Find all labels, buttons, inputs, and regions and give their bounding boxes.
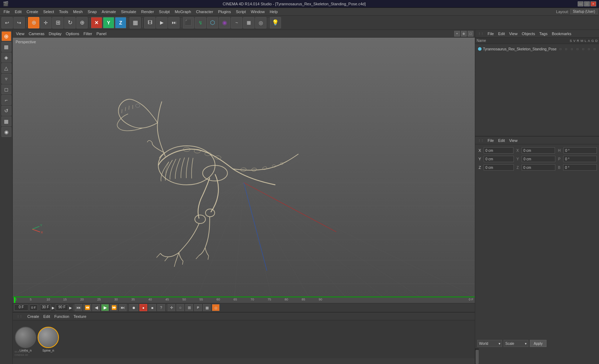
coord-b-val[interactable]: 0 ° xyxy=(563,164,597,171)
scale-tool[interactable]: ⊞ xyxy=(52,17,64,28)
mode-move[interactable]: ✛ xyxy=(167,304,175,311)
vp-icon-1[interactable]: + xyxy=(454,31,460,37)
spline-btn[interactable]: ⬡ xyxy=(207,17,218,28)
coord-mode-dropdown[interactable]: Scale ▾ xyxy=(504,340,528,347)
layout-dropdown[interactable]: Startup (User) xyxy=(570,9,598,14)
vp-menu-cameras[interactable]: Cameras xyxy=(27,31,46,37)
oi-1[interactable]: □ xyxy=(558,46,563,51)
menu-window[interactable]: Window xyxy=(249,9,267,15)
obj-menu-tags[interactable]: Tags xyxy=(538,31,549,37)
mode-scale[interactable]: ⊞ xyxy=(185,304,193,311)
cube-btn[interactable]: ⬛ xyxy=(183,17,194,28)
light-btn[interactable]: 💡 xyxy=(270,17,281,28)
sidebar-edge[interactable]: ▿ xyxy=(1,74,11,84)
select-tool[interactable]: ⊕ xyxy=(28,17,39,28)
menu-tools[interactable]: Tools xyxy=(57,9,70,15)
close-button[interactable]: ✕ xyxy=(590,1,596,6)
menu-create[interactable]: Create xyxy=(24,9,40,15)
current-frame-input[interactable]: 0 F xyxy=(14,304,28,311)
x-axis-btn[interactable]: ✕ xyxy=(91,17,102,28)
material-ball-limbs[interactable] xyxy=(15,327,36,348)
sidebar-corner[interactable]: ⌐ xyxy=(1,95,11,105)
menu-select[interactable]: Select xyxy=(41,9,56,15)
goto-end-btn[interactable]: ⏭ xyxy=(119,304,127,311)
sidebar-box[interactable]: ▦ xyxy=(1,42,11,52)
mode-extra[interactable]: ◎ xyxy=(212,304,220,311)
coord-h-val[interactable]: 0 ° xyxy=(564,147,597,154)
menu-script[interactable]: Script xyxy=(234,9,248,15)
undo-button[interactable]: ↩ xyxy=(1,17,13,28)
transform-tool[interactable]: ⊕ xyxy=(76,17,88,28)
coord-menu-edit[interactable]: Edit xyxy=(496,138,507,143)
obj-menu-file[interactable]: File xyxy=(486,31,496,37)
scrollbar-thumb[interactable] xyxy=(476,350,479,364)
nurbs-btn[interactable]: ↯ xyxy=(195,17,206,28)
record-btn[interactable]: ● xyxy=(139,304,147,311)
coord-p-val[interactable]: 0 ° xyxy=(563,156,597,162)
menu-edit[interactable]: Edit xyxy=(13,9,24,15)
sidebar-circle[interactable]: ◉ xyxy=(1,127,11,137)
checker-btn[interactable]: ▦ xyxy=(243,17,254,28)
material-ball-spine[interactable] xyxy=(38,327,59,348)
vp-menu-panel[interactable]: Panel xyxy=(95,31,108,37)
help-btn[interactable]: ? xyxy=(157,304,165,311)
obj-item-trex[interactable]: Tyrannosaurus_Rex_Skeleton_Standing_Pose… xyxy=(477,45,598,53)
mat-menu-function[interactable]: Function xyxy=(53,314,71,319)
mode-p[interactable]: P xyxy=(194,304,202,311)
mode-circle[interactable]: ○ xyxy=(176,304,184,311)
play-reverse-btn[interactable]: ◀ xyxy=(92,304,100,311)
coord-z-val[interactable]: 0 cm xyxy=(522,164,555,171)
oi-4[interactable]: □ xyxy=(575,46,580,51)
coord-x-val[interactable]: 0 cm xyxy=(522,147,555,154)
vp-menu-options[interactable]: Options xyxy=(64,31,81,37)
oi-5[interactable]: □ xyxy=(581,46,586,51)
coord-menu-view[interactable]: View xyxy=(507,138,520,143)
coord-y-val[interactable]: 0 cm xyxy=(522,156,555,162)
sidebar-poly[interactable]: ◈ xyxy=(1,53,11,62)
end-frame-input[interactable]: 90 F xyxy=(56,304,68,311)
play-btn[interactable]: ▶ xyxy=(101,304,109,311)
obj-menu-edit[interactable]: Edit xyxy=(496,31,507,37)
coord-z-field[interactable]: 0 cm xyxy=(484,164,514,171)
z-axis-btn[interactable]: Z xyxy=(115,17,126,28)
mat-menu-texture[interactable]: Texture xyxy=(72,314,88,319)
sidebar-grid[interactable]: ▦ xyxy=(1,116,11,126)
animation-btn2[interactable]: ⏭ xyxy=(168,17,180,28)
obj-menu-bookmarks[interactable]: Bookmarks xyxy=(550,31,573,37)
menu-character[interactable]: Character xyxy=(194,9,215,15)
rotate-tool[interactable]: ↻ xyxy=(64,17,76,28)
coord-x-field[interactable]: 0 cm xyxy=(484,147,513,154)
y-axis-btn[interactable]: Y xyxy=(103,17,114,28)
redo-button[interactable]: ↪ xyxy=(13,17,25,28)
fps-input[interactable]: 30 F xyxy=(40,304,51,311)
coord-y-field[interactable]: 0 cm xyxy=(484,156,514,162)
sidebar-tri[interactable]: △ xyxy=(1,63,11,73)
goto-start-btn[interactable]: ⏮ xyxy=(75,304,82,311)
prev-frame-btn[interactable]: ⏪ xyxy=(83,304,91,311)
oi-2[interactable]: □ xyxy=(564,46,568,51)
sidebar-select[interactable]: ⊕ xyxy=(1,31,11,41)
minimize-button[interactable]: — xyxy=(578,1,583,6)
menu-snap[interactable]: Snap xyxy=(86,9,99,15)
obj-menu-view[interactable]: View xyxy=(507,31,520,37)
menu-help[interactable]: Help xyxy=(268,9,280,15)
eye-btn[interactable]: ◎ xyxy=(255,17,266,28)
stop-btn[interactable]: ■ xyxy=(148,304,156,311)
move-tool[interactable]: ✛ xyxy=(40,17,51,28)
animation-btn1[interactable]: ▶ xyxy=(156,17,167,28)
apply-button[interactable]: Apply xyxy=(530,340,546,347)
material-limbs[interactable]: Limbs_n xyxy=(15,327,36,352)
mat-menu-create[interactable]: Create xyxy=(26,314,41,319)
deform-btn[interactable]: ◉ xyxy=(219,17,230,28)
sidebar-rect[interactable]: ◻ xyxy=(1,84,11,94)
oi-8[interactable]: □ xyxy=(598,46,599,51)
keyframe-btn[interactable]: 🎞 xyxy=(144,17,155,28)
vp-menu-display[interactable]: Display xyxy=(47,31,63,37)
menu-render[interactable]: Render xyxy=(139,9,156,15)
material-spine[interactable]: Spine_n xyxy=(38,327,59,352)
menu-plugins[interactable]: Plugins xyxy=(216,9,233,15)
sidebar-rotate[interactable]: ↺ xyxy=(1,106,11,116)
coord-menu-file[interactable]: File xyxy=(486,138,496,143)
menu-simulate[interactable]: Simulate xyxy=(119,9,138,15)
canvas-area[interactable]: Perspective xyxy=(13,38,475,297)
